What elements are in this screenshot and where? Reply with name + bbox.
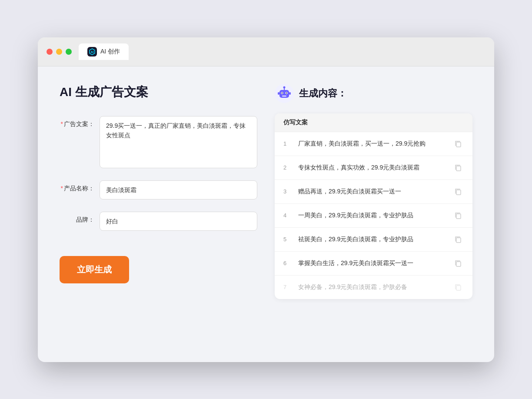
page-title: AI 生成广告文案 [60,84,257,100]
ad-copy-input[interactable]: 29.9买一送一，真正的厂家直销，美白淡斑霜，专抹女性斑点 [100,116,257,168]
tab-ai-icon: AI [87,47,97,57]
result-number: 5 [283,236,292,243]
table-row: 3赠品再送，29.9元美白淡斑霜买一送一 [275,180,472,204]
close-button[interactable] [47,49,53,55]
minimize-button[interactable] [56,49,62,55]
svg-rect-19 [456,286,461,290]
product-name-input[interactable]: 美白淡斑霜 [100,180,257,200]
result-text: 一周美白，29.9元美白淡斑霜，专业护肤品 [298,211,446,220]
result-number: 4 [283,212,292,219]
svg-rect-12 [289,92,291,95]
table-row: 4一周美白，29.9元美白淡斑霜，专业护肤品 [275,204,472,228]
right-header: 生成内容： [275,84,472,103]
left-panel: AI 生成广告文案 *广告文案： 29.9买一送一，真正的厂家直销，美白淡斑霜，… [60,84,257,345]
tab-ai-creation[interactable]: AI AI 创作 [79,43,129,60]
ai-avatar-icon [275,84,294,103]
copy-icon[interactable] [452,138,464,150]
table-row: 1厂家直销，美白淡斑霜，买一送一，29.9元抢购 [275,132,472,156]
svg-rect-11 [278,92,279,95]
result-text: 掌握美白生活，29.9元美白淡斑霜买一送一 [298,259,446,268]
ad-copy-label: *广告文案： [60,116,94,128]
result-number: 7 [283,284,292,290]
generate-button[interactable]: 立即生成 [60,256,129,283]
results-header: 仿写文案 [275,113,472,132]
svg-point-6 [282,92,283,93]
results-list: 1厂家直销，美白淡斑霜，买一送一，29.9元抢购 2专抹女性斑点，真实功效，29… [275,132,472,299]
table-row: 6掌握美白生活，29.9元美白淡斑霜买一送一 [275,252,472,276]
copy-icon[interactable] [452,258,464,269]
table-row: 7女神必备，29.9元美白淡斑霜，护肤必备 [275,276,472,299]
form-group-brand: 品牌： 好白 [60,212,257,231]
traffic-lights [47,49,72,55]
form-group-product: *产品名称： 美白淡斑霜 [60,180,257,200]
copy-icon[interactable] [452,234,464,245]
copy-icon[interactable] [452,162,464,173]
brand-label: 品牌： [60,212,94,224]
result-text: 厂家直销，美白淡斑霜，买一送一，29.9元抢购 [298,139,446,148]
result-text: 祛斑美白，29.9元美白淡斑霜，专业护肤品 [298,235,446,244]
required-star-product: * [61,185,63,192]
svg-rect-15 [456,190,461,195]
copy-icon[interactable] [452,210,464,221]
svg-point-10 [283,86,286,88]
result-text: 女神必备，29.9元美白淡斑霜，护肤必备 [298,283,446,292]
right-panel: 生成内容： 仿写文案 1厂家直销，美白淡斑霜，买一送一，29.9元抢购 2专抹女… [275,84,472,345]
form-group-ad-copy: *广告文案： 29.9买一送一，真正的厂家直销，美白淡斑霜，专抹女性斑点 [60,116,257,168]
svg-rect-3 [279,90,289,98]
result-number: 1 [283,140,292,147]
svg-rect-13 [456,142,461,147]
svg-rect-16 [456,214,461,219]
svg-rect-18 [456,262,461,266]
brand-input[interactable]: 好白 [100,212,257,231]
result-text: 赠品再送，29.9元美白淡斑霜买一送一 [298,187,446,196]
required-star-ad: * [61,120,63,127]
right-title: 生成内容： [299,87,347,100]
svg-rect-8 [282,96,286,96]
browser-titlebar: AI AI 创作 [38,37,494,66]
browser-window: AI AI 创作 AI 生成广告文案 *广告文案： 29.9买一送一，真正的厂家… [38,37,494,362]
svg-rect-14 [456,166,461,171]
svg-text:AI: AI [91,50,94,53]
product-name-label: *产品名称： [60,180,94,193]
table-row: 2专抹女性斑点，真实功效，29.9元美白淡斑霜 [275,156,472,180]
copy-icon[interactable] [452,186,464,197]
tab-label: AI 创作 [100,48,120,56]
result-number: 3 [283,188,292,195]
results-table: 仿写文案 1厂家直销，美白淡斑霜，买一送一，29.9元抢购 2专抹女性斑点，真实… [275,113,472,299]
svg-point-7 [286,92,287,93]
result-number: 6 [283,260,292,266]
table-row: 5祛斑美白，29.9元美白淡斑霜，专业护肤品 [275,228,472,252]
main-content: AI 生成广告文案 *广告文案： 29.9买一送一，真正的厂家直销，美白淡斑霜，… [38,66,494,362]
svg-rect-17 [456,238,461,243]
maximize-button[interactable] [66,49,72,55]
result-text: 专抹女性斑点，真实功效，29.9元美白淡斑霜 [298,163,446,172]
copy-icon[interactable] [452,282,464,293]
result-number: 2 [283,164,292,171]
